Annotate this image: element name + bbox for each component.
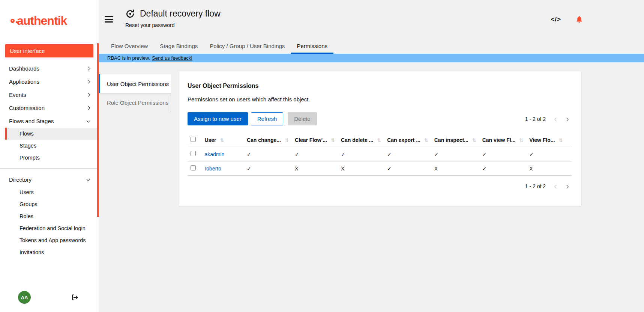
sidebar-item-invitations[interactable]: Invitations — [5, 246, 99, 258]
pagination-label: 1 - 2 of 2 — [525, 183, 546, 189]
pagination-top: 1 - 2 of 2 ‹ › — [525, 116, 572, 122]
permission-subtabs: User Object Permissions Role Object Perm… — [99, 74, 171, 112]
sidebar-item-flows-and-stages[interactable]: Flows and Stages — [0, 115, 99, 128]
sort-icon[interactable]: ⇅ — [519, 137, 523, 143]
column-header-view-flow[interactable]: View Flo...⇅ — [526, 133, 572, 147]
page-title: Default recovery flow — [140, 9, 221, 19]
pagination-prev-icon[interactable]: ‹ — [554, 184, 557, 189]
refresh-button[interactable]: Refresh — [251, 112, 284, 125]
sidebar-item-events[interactable]: Events — [0, 88, 99, 101]
user-link-akadmin[interactable]: akadmin — [204, 151, 224, 157]
sidebar-item-prompts[interactable]: Prompts — [5, 152, 99, 164]
notifications-bell-icon[interactable] — [575, 15, 583, 24]
tab-policy-group-user-bindings[interactable]: Policy / Group / User Bindings — [204, 39, 291, 54]
authentik-logo-text: authentik — [17, 14, 67, 28]
row-checkbox[interactable] — [191, 165, 196, 170]
sort-icon[interactable]: ⇅ — [285, 137, 289, 143]
column-label: Can export ... — [387, 137, 420, 143]
subtab-role-object-permissions[interactable]: Role Object Permissions — [99, 93, 171, 112]
sort-icon[interactable]: ⇅ — [472, 137, 476, 143]
sidebar-item-users[interactable]: Users — [5, 186, 99, 198]
pagination-next-icon[interactable]: › — [566, 184, 569, 189]
perm-cell: ✓ — [292, 147, 338, 161]
column-header-can-view[interactable]: Can view Fl...⇅ — [479, 133, 527, 147]
tab-flow-overview[interactable]: Flow Overview — [105, 39, 154, 54]
sidebar-item-customisation[interactable]: Customisation — [0, 101, 99, 115]
sort-icon[interactable]: ⇅ — [331, 137, 335, 143]
feedback-link[interactable]: Send us feedback! — [152, 55, 192, 61]
sidebar-item-directory[interactable]: Directory — [0, 173, 99, 186]
sidebar-item-user-interface[interactable]: User interface — [5, 44, 93, 57]
column-header-user[interactable]: User⇅ — [201, 133, 244, 147]
sidebar-item-label: Customisation — [9, 105, 45, 111]
table-row: akadmin ✓ ✓ ✓ ✓ ✓ ✓ ✓ — [188, 147, 572, 161]
tab-stage-bindings[interactable]: Stage Bindings — [154, 39, 204, 54]
avatar[interactable]: AA — [18, 291, 31, 304]
card-description: Permissions set on users which affect th… — [188, 96, 572, 102]
user-link-roberto[interactable]: roberto — [204, 166, 221, 172]
sidebar-item-dashboards[interactable]: Dashboards — [0, 62, 99, 75]
perm-cell: X — [431, 161, 479, 176]
title-block: Default recovery flow Reset your passwor… — [125, 9, 221, 28]
sidebar-item-label: Flows and Stages — [9, 118, 54, 124]
sort-icon[interactable]: ⇅ — [220, 137, 224, 143]
sidebar-scrollbar[interactable] — [97, 43, 99, 217]
perm-cell: X — [292, 161, 338, 176]
flow-icon — [125, 9, 135, 19]
sort-icon[interactable]: ⇅ — [424, 137, 428, 143]
permissions-card: User Object Permissions Permissions set … — [179, 71, 581, 206]
sidebar-divider — [0, 168, 99, 169]
column-header-clear-flow[interactable]: Clear Flow'...⇅ — [292, 133, 338, 147]
column-header-can-change[interactable]: Can change...⇅ — [244, 133, 292, 147]
permissions-table: User⇅ Can change...⇅ Clear Flow'...⇅ Can… — [188, 133, 572, 176]
sidebar-item-label: Applications — [9, 78, 39, 85]
sidebar-toggle-button[interactable] — [105, 16, 113, 23]
sidebar-item-roles[interactable]: Roles — [5, 210, 99, 222]
chevron-right-icon — [87, 106, 90, 110]
sidebar-item-stages[interactable]: Stages — [5, 140, 99, 152]
logout-icon[interactable] — [71, 294, 78, 301]
authentik-logo[interactable]: authentik — [0, 0, 99, 29]
perm-cell: ✓ — [479, 147, 527, 161]
table-header-row: User⇅ Can change...⇅ Clear Flow'...⇅ Can… — [188, 133, 572, 147]
perm-cell: ✓ — [338, 147, 384, 161]
chevron-right-icon — [87, 80, 90, 84]
select-all-checkbox[interactable] — [191, 137, 196, 142]
content-area: User Object Permissions Role Object Perm… — [99, 62, 644, 312]
chevron-right-icon — [87, 67, 90, 71]
rbac-preview-banner: RBAC is in preview. Send us feedback! — [99, 54, 644, 62]
sidebar-item-groups[interactable]: Groups — [5, 198, 99, 210]
toolbar: Assign to new user Refresh Delete 1 - 2 … — [188, 112, 572, 125]
chevron-down-icon — [87, 178, 90, 181]
sidebar-item-federation[interactable]: Federation and Social login — [5, 222, 99, 234]
api-browser-icon[interactable]: </> — [551, 16, 561, 23]
delete-button[interactable]: Delete — [288, 112, 317, 125]
sidebar-item-label: Events — [9, 92, 26, 98]
tab-permissions[interactable]: Permissions — [291, 39, 333, 54]
sidebar-item-tokens[interactable]: Tokens and App passwords — [5, 234, 99, 246]
sidebar-item-flows[interactable]: Flows — [5, 128, 99, 140]
column-header-can-inspect[interactable]: Can inspect...⇅ — [431, 133, 479, 147]
authentik-logo-icon — [11, 19, 15, 23]
column-header-can-delete[interactable]: Can delete ...⇅ — [338, 133, 384, 147]
column-header-can-export[interactable]: Can export ...⇅ — [384, 133, 431, 147]
row-checkbox[interactable] — [191, 151, 196, 156]
sidebar-nav: Dashboards Applications Events Customisa… — [0, 62, 99, 286]
chevron-right-icon — [87, 93, 90, 97]
column-label: Can change... — [247, 137, 281, 143]
sidebar-footer: AA — [0, 286, 99, 312]
header-actions: </> — [551, 15, 583, 24]
perm-cell: ✓ — [384, 147, 431, 161]
pagination-next-icon[interactable]: › — [566, 116, 569, 122]
main-area: Default recovery flow Reset your passwor… — [99, 0, 644, 312]
sort-icon[interactable]: ⇅ — [558, 137, 563, 143]
perm-cell: ✓ — [526, 147, 572, 161]
pagination-prev-icon[interactable]: ‹ — [554, 116, 557, 122]
subtab-user-object-permissions[interactable]: User Object Permissions — [99, 74, 171, 93]
column-label: Can view Fl... — [482, 137, 516, 143]
sidebar-item-applications[interactable]: Applications — [0, 75, 99, 88]
assign-to-new-user-button[interactable]: Assign to new user — [188, 112, 248, 125]
sort-icon[interactable]: ⇅ — [377, 137, 381, 143]
column-label: View Flo... — [529, 137, 555, 143]
perm-cell: ✓ — [384, 161, 431, 176]
